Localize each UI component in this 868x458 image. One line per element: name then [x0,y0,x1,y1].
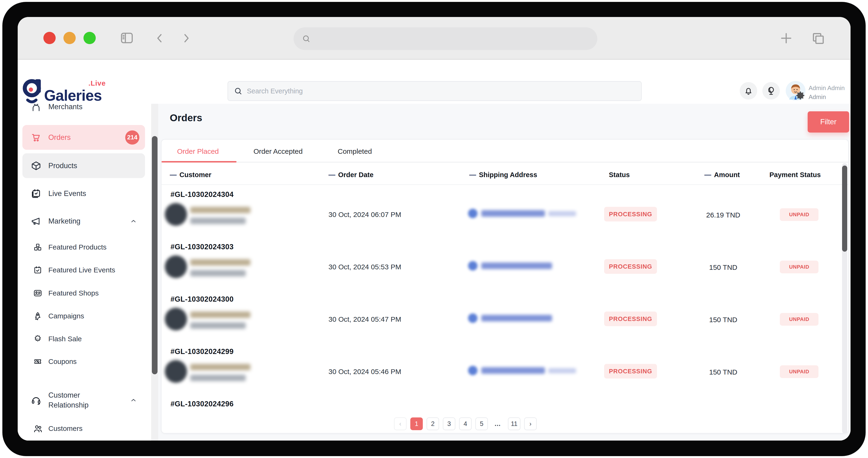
table-row[interactable]: #GL-10302024299 30 Oct, 2024 05:46 PM PR… [161,345,843,397]
pagination-prev[interactable]: ‹ [394,418,406,430]
url-search-icon [302,34,311,43]
sidebar-item-coupons[interactable]: Coupons [22,352,145,371]
sidebar-item-campaigns[interactable]: Campaigns [22,307,145,326]
sidebar-item-label: Featured Products [48,243,106,251]
location-icon [468,313,477,323]
brand-logo-mark[interactable] [22,78,43,106]
back-button[interactable] [154,33,165,43]
customer-phone-redacted [190,270,246,276]
table-row[interactable]: #GL-10302024296 [161,397,843,414]
customer-avatar [165,308,187,330]
brand-tld: .Live [88,79,106,87]
sidebar-item-merchants[interactable]: Merchants [22,104,145,119]
sidebar-item-label: Featured Shops [48,289,99,297]
tab-order-accepted[interactable]: Order Accepted [253,147,303,155]
col-label: Amount [714,171,740,179]
sidebar-item-flash-sale[interactable]: SALE Flash Sale [22,330,145,348]
svg-text:SALE: SALE [36,338,40,340]
order-date: 30 Oct, 2024 06:07 PM [329,211,401,219]
col-header-amount[interactable]: —Amount [704,171,740,179]
table-scrollbar-thumb[interactable] [842,165,847,252]
sidebar-item-featured-live-events[interactable]: Featured Live Events [22,261,145,279]
table-row[interactable]: #GL-10302024304 30 Oct, 2024 06:07 PM PR… [161,188,843,240]
language-button[interactable] [762,82,780,99]
new-tab-icon[interactable] [779,31,794,45]
orders-count-badge: 214 [125,130,140,145]
device-frame: Galeries .Live [2,2,866,456]
sidebar-item-customer-relationship[interactable]: Customer Relationship [22,385,145,416]
shipping-address-redacted [481,367,545,374]
tab-completed[interactable]: Completed [338,147,372,155]
sidebar-item-marketing[interactable]: Marketing [22,209,145,234]
notifications-button[interactable] [740,82,757,99]
col-header-status: Status [609,171,630,179]
address-bar[interactable] [293,27,597,50]
customer-phone-redacted [190,323,246,329]
brand-name[interactable]: Galeries [44,87,102,104]
sidebar-item-label: Campaigns [48,312,84,320]
pagination-page-3[interactable]: 3 [443,418,455,430]
sidebar-item-customers[interactable]: Customers [22,419,145,438]
sale-burst-icon: SALE [33,334,42,343]
shipping-address-redacted [481,210,545,217]
table-row[interactable]: #GL-10302024300 30 Oct, 2024 05:47 PM PR… [161,293,843,345]
order-id: #GL-10302024304 [170,190,234,199]
browser-window: Galeries .Live [18,17,850,440]
pagination-ellipsis: … [492,418,504,430]
megaphone-icon [31,216,41,226]
status-badge: PROCESSING [604,311,657,326]
filter-button[interactable]: Filter [808,111,849,132]
pagination-page-11[interactable]: 11 [508,418,520,430]
sidebar-item-live-events[interactable]: Live Events [22,181,145,206]
user-name: Admin Admin [809,85,845,92]
pagination-page-4[interactable]: 4 [459,418,472,430]
status-badge: PROCESSING [604,364,657,378]
sidebar-item-label: Flash Sale [48,335,82,343]
headset-icon [31,395,41,405]
maximize-window-button[interactable] [84,32,96,44]
orders-card: Order Placed Order Accepted Completed —C… [161,139,849,433]
close-window-button[interactable] [43,32,56,44]
location-icon [468,261,477,271]
sidebar-toggle-icon[interactable] [119,30,134,45]
user-avatar[interactable] [785,81,806,101]
pagination-page-2[interactable]: 2 [427,418,439,430]
location-icon [468,366,477,375]
search-input[interactable] [247,87,624,95]
address-input[interactable] [316,35,587,43]
sidebar-item-orders[interactable]: Orders 214 [22,125,145,150]
sidebar-item-featured-products[interactable]: Featured Products [22,238,145,256]
calendar-icon [31,188,41,199]
sidebar-item-label: Marketing [48,217,81,225]
sidebar-item-label: Featured Live Events [48,266,115,274]
customer-phone-redacted [190,375,246,381]
order-amount: 150 TND [702,264,744,271]
payment-status-badge: UNPAID [780,313,818,326]
col-label: Order Date [338,171,373,179]
sidebar-scrollbar-thumb[interactable] [152,136,157,374]
table-row[interactable]: #GL-10302024303 30 Oct, 2024 05:53 PM PR… [161,240,843,293]
col-label: Payment Status [769,171,821,179]
minimize-window-button[interactable] [63,32,76,44]
browser-toolbar [18,17,850,59]
shipping-address-redacted [481,263,552,269]
tab-order-placed[interactable]: Order Placed [177,147,219,155]
col-header-shipping-address[interactable]: —Shipping Address [469,171,537,179]
pagination-next[interactable]: › [524,418,537,430]
shipping-address-redacted [548,211,576,216]
col-header-order-date[interactable]: —Order Date [329,171,373,179]
shipping-address-redacted [481,315,552,322]
order-id: #GL-10302024296 [170,400,234,408]
col-header-customer[interactable]: —Customer [170,171,211,179]
sidebar-item-featured-shops[interactable]: Featured Shops [22,284,145,303]
global-search[interactable] [227,81,642,101]
sidebar-item-label: Orders [48,133,71,142]
pagination-page-5[interactable]: 5 [475,418,488,430]
forward-button[interactable] [181,33,191,43]
customer-name-redacted [190,311,250,318]
rocket-icon [33,311,42,320]
tab-overview-icon[interactable] [811,31,825,45]
customer-phone-redacted [190,218,246,224]
pagination-page-1[interactable]: 1 [410,418,423,430]
sidebar-item-products[interactable]: Products [22,153,145,178]
